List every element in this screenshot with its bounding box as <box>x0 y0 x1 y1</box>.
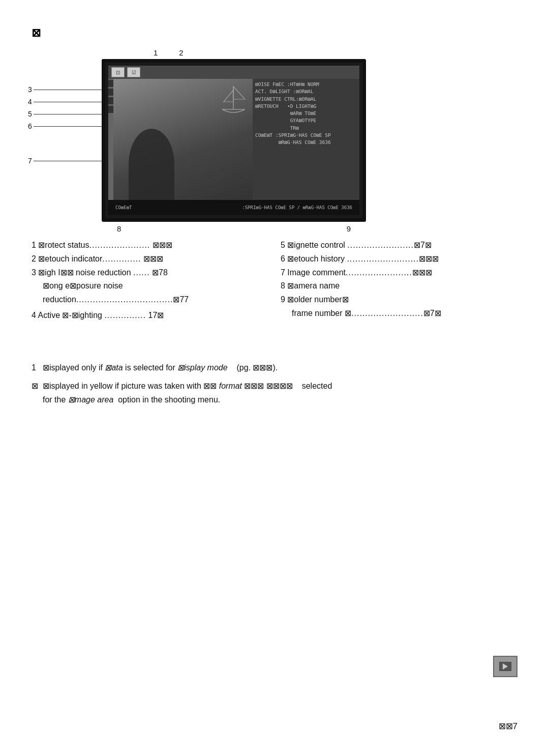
bottom-right-label: :SPRI⊠G·HAS CO⊠E SP / ⊠R⊠G·HAS CO⊠E 3636 <box>242 205 352 210</box>
legend-label-4: Active ⊠-⊠ighting ............... 17⊠ <box>38 311 164 319</box>
note-sym: ⊠ <box>32 380 40 406</box>
info-overlay: ⊠OISE F⊠EC :HT⊠H⊠ NORM ACT. D⊠LIGHT :⊠OR… <box>253 79 359 200</box>
legend-num-4: 4 <box>32 311 38 319</box>
note-text-2: ⊠isplayed in yellow if picture was taken… <box>43 380 332 406</box>
retouch-icon: ☑ <box>127 67 140 77</box>
page-number: ⊠⊠7 <box>499 721 517 732</box>
legend-num-7: 7 <box>281 268 287 277</box>
legend-num-5: 5 <box>281 241 287 249</box>
protect-icon: ⊡ <box>111 67 125 77</box>
callout-num-2: 2 <box>179 48 183 57</box>
callout-num-3: 3 <box>28 85 32 94</box>
note-text-1: ⊠isplayed only if ⊠ata is selected for ⊠… <box>43 361 278 374</box>
svg-marker-2 <box>224 90 233 102</box>
callout-num-1: 1 <box>154 48 158 57</box>
legend-item-1: 1 ⊠rotect status...................... ⊠… <box>32 239 270 252</box>
legend-num-8: 8 <box>281 281 287 290</box>
legend-item-8: 8 ⊠amera name <box>281 280 520 293</box>
legend-num-6: 6 <box>281 254 287 263</box>
svg-marker-1 <box>233 86 245 99</box>
legend-label-9: ⊠older number⊠ <box>287 295 348 304</box>
left-indicators <box>108 79 113 113</box>
play-icon <box>499 662 511 671</box>
page-icon-button[interactable] <box>493 656 517 677</box>
legend-item-3b: ⊠ong e⊠posure noise <box>32 280 270 293</box>
legend-label-1: ⊠rotect status...................... ⊠⊠⊠ <box>38 241 172 249</box>
callout-num-4: 4 <box>28 98 32 106</box>
photo-area <box>113 79 253 200</box>
legend-item-9b: frame number ⊠..........................… <box>281 307 520 320</box>
legend-num-9: 9 <box>281 295 287 304</box>
legend-label-7: Image comment........................⊠⊠⊠ <box>287 268 432 277</box>
screen-bottom-bar: CO⊠E⊠T :SPRI⊠G·HAS CO⊠E SP / ⊠R⊠G·HAS CO… <box>108 200 359 215</box>
legend-item-9: 9 ⊠older number⊠ <box>281 294 520 306</box>
notes-section: 1 ⊠isplayed only if ⊠ata is selected for… <box>32 361 525 406</box>
callout-top-numbers: 1 2 <box>102 48 407 57</box>
callout-num-5: 5 <box>28 110 32 118</box>
legend-item-6: 6 ⊠etouch history ......................… <box>281 253 520 266</box>
callout-bottom-numbers: 8 9 <box>102 222 366 233</box>
legend-label-5: ⊠ignette control .......................… <box>287 241 432 249</box>
legend-label-6: ⊠etouch history ........................… <box>287 254 439 263</box>
legend-num-1: 1 <box>32 241 38 249</box>
legend-label-2: ⊠etouch indicator.............. ⊠⊠⊠ <box>38 254 163 263</box>
legend-col-2: 5 ⊠ignette control .....................… <box>281 239 520 322</box>
callout-num-7: 7 <box>28 157 32 165</box>
screen-top-bar: ⊡ ☑ <box>108 66 359 79</box>
legend-item-3: 3 ⊠igh I⊠⊠ noise reduction ...... ⊠78 <box>32 267 270 279</box>
legend-num-3: 3 <box>32 268 38 277</box>
legend-label-8: ⊠amera name <box>287 281 340 290</box>
note-2: ⊠ ⊠isplayed in yellow if picture was tak… <box>32 380 525 406</box>
legend-col-1: 1 ⊠rotect status...................... ⊠… <box>32 239 270 322</box>
legend-item-7: 7 Image comment........................⊠… <box>281 267 520 279</box>
note-1: 1 ⊠isplayed only if ⊠ata is selected for… <box>32 361 525 374</box>
overlay-text: ⊠OISE F⊠EC :HT⊠H⊠ NORM ACT. D⊠LIGHT :⊠OR… <box>255 81 357 146</box>
legend-section: 1 ⊠rotect status...................... ⊠… <box>32 239 520 322</box>
top-left-symbol: ⊠ <box>32 26 41 40</box>
selected-text: selected <box>302 382 332 390</box>
legend-item-3c: reduction...............................… <box>32 294 270 306</box>
bottom-left-label: CO⊠E⊠T <box>115 205 132 210</box>
callout-num-9: 9 <box>347 224 351 233</box>
legend-item-2: 2 ⊠etouch indicator.............. ⊠⊠⊠ <box>32 253 270 266</box>
callout-num-8: 8 <box>117 224 121 233</box>
legend-item-5: 5 ⊠ignette control .....................… <box>281 239 520 252</box>
diagram-area: 1 2 3 4 5 6 <box>102 48 407 234</box>
boat-icon <box>220 84 248 117</box>
legend-item-4: 4 Active ⊠-⊠ighting ............... 17⊠ <box>32 309 270 322</box>
note-num-1: 1 <box>32 361 40 374</box>
legend-num-2: 2 <box>32 254 38 263</box>
callout-num-6: 6 <box>28 122 32 130</box>
legend-label-3: ⊠igh I⊠⊠ noise reduction ...... ⊠78 <box>38 268 168 277</box>
camera-screen: ⊡ ☑ <box>102 59 366 222</box>
